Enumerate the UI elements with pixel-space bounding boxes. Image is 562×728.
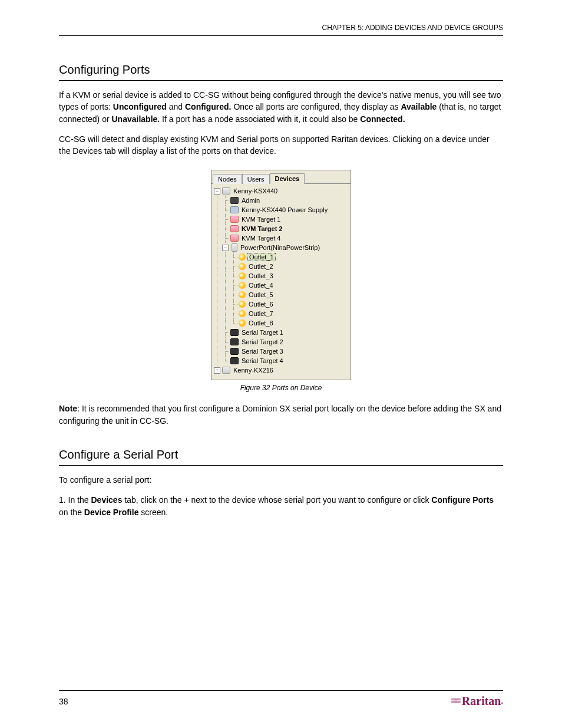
page-number: 38	[59, 697, 68, 706]
device-tree: − Kenny-KSX440 Admin Kenny-KSX440 Power …	[211, 184, 351, 380]
outlet-icon	[239, 291, 246, 298]
text-bold: Note	[59, 404, 77, 413]
tree-item-serial-target[interactable]: Serial Target 4	[214, 356, 348, 365]
tree-item-outlet[interactable]: Outlet_2	[214, 262, 348, 271]
tree-item-serial-target[interactable]: Serial Target 1	[214, 328, 348, 337]
tree-label: Kenny-KSX440	[232, 187, 277, 195]
text-bold: Unavailable.	[112, 114, 160, 124]
text: : It is recommended that you first confi…	[59, 404, 501, 425]
outlet-icon	[239, 319, 246, 327]
tree-label: KVM Target 4	[240, 235, 280, 242]
tree-item-powerport[interactable]: − PowerPort(NinaPowerStrip)	[214, 243, 348, 252]
tab-nodes[interactable]: Nodes	[213, 174, 242, 184]
raritan-logo: ≡≡ Raritan.	[451, 694, 503, 708]
expand-icon[interactable]: +	[214, 367, 220, 374]
tab-bar: Nodes Users Devices	[211, 170, 351, 184]
tree-label: Serial Target 3	[240, 348, 283, 355]
tree-item-outlet[interactable]: Outlet_6	[214, 299, 348, 309]
tree-label: Admin	[240, 197, 260, 204]
outlet-icon	[239, 301, 246, 308]
tree-item-outlet[interactable]: Outlet_1	[214, 252, 348, 262]
text-bold: Connected.	[360, 114, 405, 124]
outlet-icon	[239, 310, 246, 317]
tree-item-kvm-target[interactable]: KVM Target 2	[214, 224, 348, 233]
tree-item-kvm-target[interactable]: KVM Target 4	[214, 233, 348, 243]
text-bold: Devices	[91, 495, 122, 505]
text: screen.	[138, 508, 168, 517]
text-bold: Configured.	[185, 102, 232, 111]
paragraph-2: CC-SG will detect and display existing K…	[59, 133, 503, 157]
tree-label: Outlet_6	[247, 301, 273, 308]
tree-item-outlet[interactable]: Outlet_4	[214, 281, 348, 290]
tree-label: PowerPort(NinaPowerStrip)	[239, 244, 320, 251]
logo-dot: .	[501, 697, 504, 706]
tree-label: Serial Target 4	[240, 357, 283, 364]
text: 1. In the	[59, 495, 91, 505]
kvm-icon	[230, 225, 239, 232]
section-title-configuring-ports: Configuring Ports	[59, 63, 503, 77]
tree-item-outlet[interactable]: Outlet_3	[214, 271, 348, 281]
text: on the	[59, 508, 84, 517]
intro-line: To configure a serial port:	[59, 474, 503, 486]
tree-label-selected: Outlet_1	[247, 253, 276, 261]
tree-label: Outlet_4	[247, 282, 273, 289]
outlet-icon	[239, 263, 246, 270]
devices-tree-screenshot: Nodes Users Devices − Kenny-KSX440 Admin	[211, 170, 351, 380]
header-rule	[59, 35, 503, 36]
text: tab, click on the + next to the device w…	[122, 495, 431, 505]
tree-label: Outlet_8	[247, 319, 273, 327]
power-strip-icon	[232, 243, 237, 252]
admin-icon	[230, 197, 239, 204]
collapse-icon[interactable]: −	[214, 188, 220, 195]
tab-devices[interactable]: Devices	[270, 173, 305, 184]
tree-item-device[interactable]: − Kenny-KSX440	[214, 186, 348, 196]
tree-label: KVM Target 1	[240, 216, 280, 223]
logo-mark-icon: ≡≡	[451, 695, 459, 707]
tree-item-outlet[interactable]: Outlet_8	[214, 318, 348, 328]
text: If a port has a node associated with it,…	[160, 114, 360, 124]
section-rule	[59, 80, 503, 81]
footer-rule	[59, 690, 503, 691]
collapse-icon[interactable]: −	[222, 245, 229, 251]
tree-item-outlet[interactable]: Outlet_5	[214, 290, 348, 299]
kvm-icon	[230, 216, 239, 223]
tree-label: Outlet_2	[247, 263, 273, 270]
tree-label: Outlet_3	[247, 272, 273, 279]
logo-text: Raritan	[462, 694, 501, 708]
tree-label: Outlet_5	[247, 291, 273, 298]
chapter-header: CHAPTER 5: ADDING DEVICES AND DEVICE GRO…	[59, 24, 503, 32]
kvm-icon	[230, 235, 239, 242]
text: and	[167, 102, 185, 111]
text-bold: Configure Ports	[431, 495, 494, 505]
tree-item-outlet[interactable]: Outlet_7	[214, 309, 348, 318]
section-title-configure-serial-port: Configure a Serial Port	[59, 448, 503, 462]
outlet-icon	[239, 253, 246, 261]
tree-item-power-supply[interactable]: Kenny-KSX440 Power Supply	[214, 205, 348, 215]
power-supply-icon	[230, 206, 239, 213]
section-rule	[59, 465, 503, 466]
tab-users[interactable]: Users	[242, 174, 270, 184]
figure-caption: Figure 32 Ports on Device	[211, 384, 351, 392]
tree-label: Kenny-KX216	[232, 367, 273, 374]
tree-item-kvm-target[interactable]: KVM Target 1	[214, 215, 348, 224]
serial-icon	[230, 338, 239, 345]
tree-item-serial-target[interactable]: Serial Target 2	[214, 337, 348, 347]
outlet-icon	[239, 272, 246, 279]
numbered-step-1: 1. In the Devices tab, click on the + ne…	[59, 494, 503, 518]
tree-label: KVM Target 2	[240, 225, 282, 232]
serial-icon	[230, 357, 239, 364]
device-icon	[222, 367, 230, 374]
text-bold: Available	[401, 102, 437, 111]
serial-icon	[230, 329, 239, 336]
page-footer: 38 ≡≡ Raritan.	[59, 686, 503, 708]
text-bold: Device Profile	[84, 508, 139, 517]
outlet-icon	[239, 282, 246, 289]
tree-label: Serial Target 2	[240, 338, 283, 345]
tree-item-admin[interactable]: Admin	[214, 196, 348, 205]
tree-item-device[interactable]: + Kenny-KX216	[214, 365, 348, 375]
device-icon	[222, 187, 230, 195]
serial-icon	[230, 348, 239, 355]
tree-label: Serial Target 1	[240, 329, 283, 336]
paragraph-3: Note: It is recommended that you first c…	[59, 403, 503, 427]
tree-item-serial-target[interactable]: Serial Target 3	[214, 347, 348, 356]
